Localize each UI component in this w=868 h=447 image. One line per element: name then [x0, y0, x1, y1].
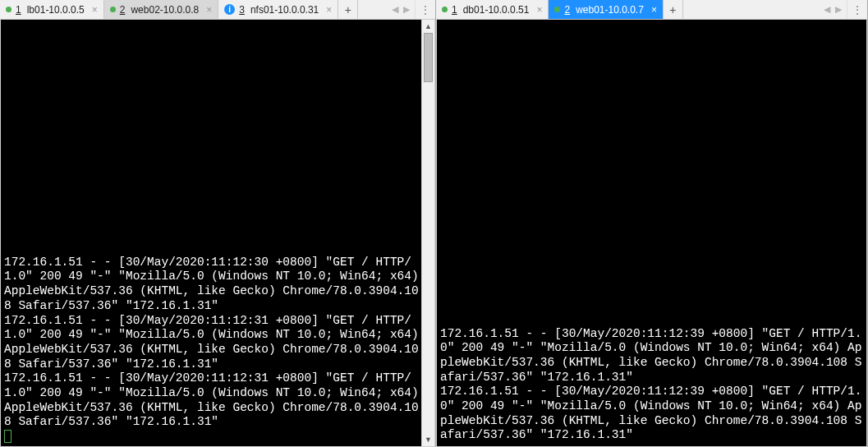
- status-dot-icon: [6, 7, 11, 12]
- close-icon[interactable]: ×: [92, 5, 98, 15]
- tab-number: 1: [452, 4, 457, 16]
- tab-number: 1: [16, 4, 21, 16]
- terminal-wrap-left: 172.16.1.51 - - [30/May/2020:11:12:30 +0…: [0, 20, 435, 447]
- tab-label: db01-10.0.0.51: [463, 4, 530, 16]
- scroll-up-icon[interactable]: ▲: [422, 20, 434, 33]
- status-dot-icon: [554, 7, 560, 12]
- status-dot-icon: [110, 7, 116, 12]
- pane-right: 1 db01-10.0.0.51 × 2 web01-10.0.0.7 × + …: [436, 0, 868, 447]
- terminal-output: 172.16.1.51 - - [30/May/2020:11:12:30 +0…: [4, 52, 420, 430]
- scrollbar-left[interactable]: ▲ ▼: [421, 20, 434, 446]
- tab-lb01[interactable]: 1 lb01-10.0.0.5 ×: [0, 0, 104, 19]
- tab-label: nfs01-10.0.0.31: [250, 4, 319, 16]
- tab-menu-button[interactable]: ⋮: [415, 0, 435, 19]
- app-root: 1 lb01-10.0.0.5 × 2 web02-10.0.0.8 × i 3…: [0, 0, 868, 447]
- nav-right-icon[interactable]: ▶: [403, 4, 410, 15]
- scroll-track[interactable]: [422, 33, 434, 433]
- scroll-thumb[interactable]: [424, 33, 433, 82]
- tab-label: web01-10.0.0.7: [576, 4, 644, 16]
- tabbar-spacer: [683, 0, 819, 19]
- close-icon[interactable]: ×: [651, 5, 657, 15]
- tab-web02[interactable]: 2 web02-10.0.0.8 ×: [104, 0, 218, 19]
- terminal-right[interactable]: 172.16.1.51 - - [30/May/2020:11:12:39 +0…: [437, 20, 866, 446]
- close-icon[interactable]: ×: [536, 5, 542, 15]
- tab-number: 2: [120, 4, 126, 16]
- new-tab-button[interactable]: +: [664, 0, 683, 19]
- nav-left-icon[interactable]: ◀: [392, 4, 398, 15]
- terminal-wrap-right: 172.16.1.51 - - [30/May/2020:11:12:39 +0…: [436, 20, 867, 447]
- tabbar-spacer: [358, 0, 387, 19]
- tab-nav: ◀ ▶: [387, 0, 415, 19]
- tabbar-left: 1 lb01-10.0.0.5 × 2 web02-10.0.0.8 × i 3…: [0, 0, 435, 20]
- tab-nfs01[interactable]: i 3 nfs01-10.0.0.31 ×: [218, 0, 338, 19]
- info-icon: i: [224, 4, 235, 15]
- terminal-left[interactable]: 172.16.1.51 - - [30/May/2020:11:12:30 +0…: [1, 20, 421, 446]
- nav-left-icon[interactable]: ◀: [824, 4, 830, 15]
- cursor-icon: [4, 430, 11, 443]
- scroll-down-icon[interactable]: ▼: [422, 433, 434, 446]
- tab-number: 2: [564, 4, 570, 16]
- close-icon[interactable]: ×: [206, 5, 212, 15]
- tab-web01[interactable]: 2 web01-10.0.0.7 ×: [549, 0, 663, 19]
- tab-db01[interactable]: 1 db01-10.0.0.51 ×: [436, 0, 549, 19]
- pane-left: 1 lb01-10.0.0.5 × 2 web02-10.0.0.8 × i 3…: [0, 0, 436, 447]
- new-tab-button[interactable]: +: [338, 0, 358, 19]
- tab-nav: ◀ ▶: [819, 0, 847, 19]
- terminal-output: 172.16.1.51 - - [30/May/2020:11:12:39 +0…: [440, 65, 865, 443]
- status-dot-icon: [442, 7, 448, 12]
- tab-menu-button[interactable]: ⋮: [847, 0, 867, 19]
- tab-number: 3: [239, 4, 245, 16]
- tab-label: web02-10.0.0.8: [131, 4, 199, 16]
- tabbar-right: 1 db01-10.0.0.51 × 2 web01-10.0.0.7 × + …: [436, 0, 867, 20]
- tab-label: lb01-10.0.0.5: [27, 4, 85, 16]
- close-icon[interactable]: ×: [326, 5, 332, 15]
- nav-right-icon[interactable]: ▶: [835, 4, 842, 15]
